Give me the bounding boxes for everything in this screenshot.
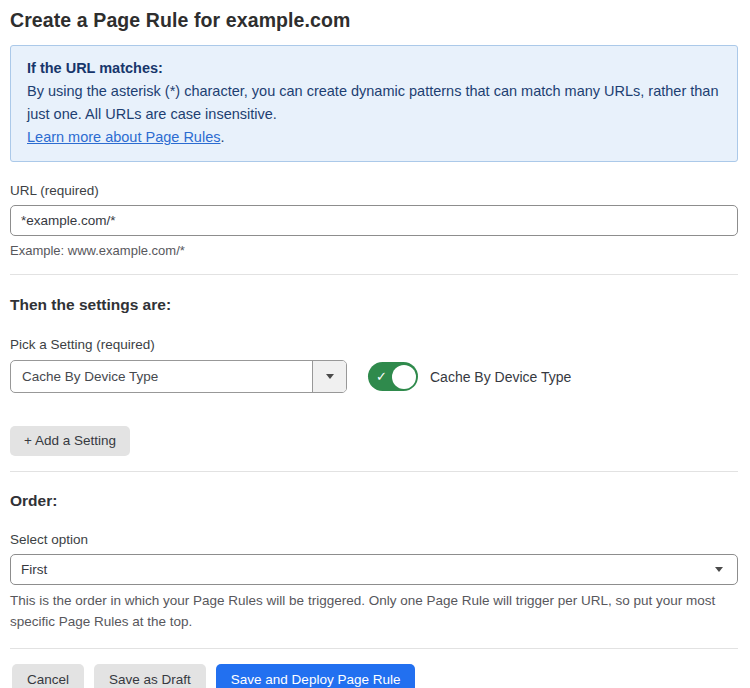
save-as-draft-button[interactable]: Save as Draft — [94, 664, 206, 688]
setting-dropdown-arrow-button[interactable] — [312, 361, 346, 392]
check-icon: ✓ — [376, 370, 387, 383]
info-box-link-line: Learn more about Page Rules. — [27, 126, 721, 149]
order-select[interactable]: First — [10, 554, 738, 585]
settings-heading: Then the settings are: — [10, 296, 738, 314]
toggle-knob — [392, 365, 416, 389]
cache-by-device-type-toggle[interactable]: ✓ — [368, 362, 418, 391]
order-helper-text: This is the order in which your Page Rul… — [10, 590, 738, 632]
setting-dropdown[interactable]: Cache By Device Type — [10, 360, 347, 393]
create-page-rule-panel: Create a Page Rule for example.com If th… — [0, 0, 750, 688]
chevron-down-icon — [326, 374, 334, 379]
footer-button-row: Cancel Save as Draft Save and Deploy Pag… — [10, 664, 738, 688]
setting-picker-label: Pick a Setting (required) — [10, 337, 738, 352]
learn-more-link[interactable]: Learn more about Page Rules — [27, 129, 220, 145]
chevron-down-icon — [715, 567, 723, 572]
cancel-button[interactable]: Cancel — [12, 664, 84, 688]
order-heading: Order: — [10, 492, 738, 510]
url-match-info-box: If the URL matches: By using the asteris… — [10, 45, 738, 162]
link-period: . — [220, 129, 224, 145]
save-and-deploy-button[interactable]: Save and Deploy Page Rule — [216, 664, 416, 688]
add-setting-button[interactable]: + Add a Setting — [10, 426, 130, 456]
toggle-label: Cache By Device Type — [430, 369, 571, 385]
divider — [10, 274, 738, 275]
order-select-value: First — [21, 562, 47, 577]
url-helper-text: Example: www.example.com/* — [10, 243, 738, 258]
info-box-body: By using the asterisk (*) character, you… — [27, 80, 721, 126]
setting-dropdown-value: Cache By Device Type — [11, 361, 312, 392]
setting-controls-row: Cache By Device Type ✓ Cache By Device T… — [10, 360, 738, 393]
order-select-label: Select option — [10, 532, 738, 547]
info-box-heading: If the URL matches: — [27, 57, 721, 80]
divider — [10, 648, 738, 649]
url-input[interactable] — [10, 205, 738, 236]
page-title: Create a Page Rule for example.com — [10, 9, 738, 32]
divider — [10, 471, 738, 472]
url-label: URL (required) — [10, 183, 738, 198]
